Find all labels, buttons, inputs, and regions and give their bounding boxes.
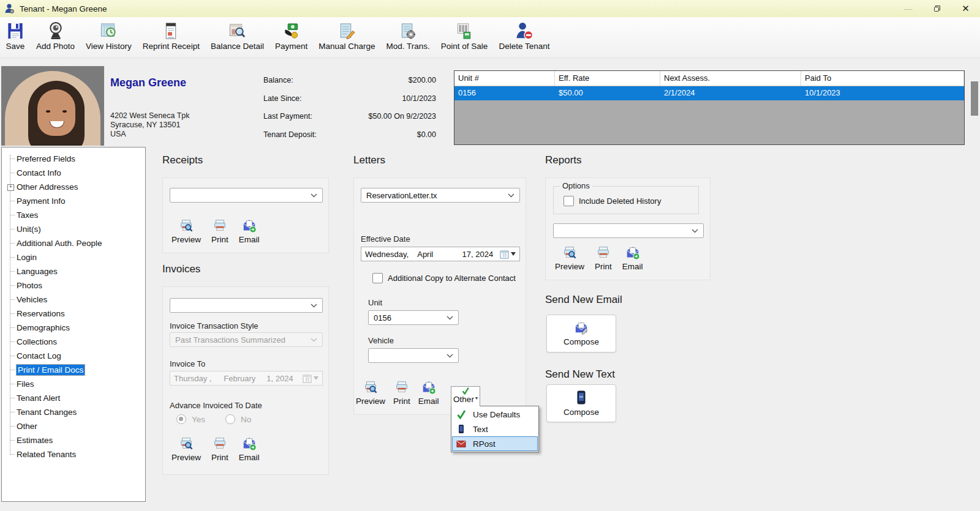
balance-detail-button[interactable]: Balance Detail bbox=[205, 20, 270, 51]
sidebar-item-contact-info[interactable]: Contact Info bbox=[2, 166, 145, 180]
calendar-icon bbox=[303, 374, 318, 383]
sidebar-item-preferred-fields[interactable]: Preferred Fields bbox=[2, 152, 145, 166]
table-scrollbar-thumb[interactable] bbox=[971, 81, 978, 116]
transaction-style-label: Invoice Transaction Style bbox=[170, 321, 258, 330]
letters-dropdown[interactable]: ReservationLetter.tx bbox=[361, 188, 520, 203]
invoices-dropdown[interactable] bbox=[170, 298, 323, 313]
red-envelope-icon bbox=[456, 439, 466, 449]
include-deleted-checkbox-row[interactable]: Include Deleted History bbox=[564, 196, 661, 206]
menu-item-rpost[interactable]: RPost bbox=[452, 436, 538, 451]
email-send-icon bbox=[625, 245, 641, 260]
effective-date-label: Effective Date bbox=[361, 234, 410, 244]
other-dropdown-menu: Use Defaults Text RPost bbox=[451, 406, 539, 452]
options-groupbox: Options Include Deleted History bbox=[553, 186, 699, 214]
sidebar-item-estimates[interactable]: Estimates bbox=[2, 433, 145, 447]
compose-email-button[interactable]: Compose bbox=[546, 315, 616, 352]
letters-preview-button[interactable]: Preview bbox=[356, 380, 385, 406]
expand-plus-icon[interactable]: + bbox=[7, 184, 14, 191]
barcode-icon bbox=[454, 21, 474, 40]
receipts-preview-button[interactable]: Preview bbox=[172, 218, 201, 244]
save-button[interactable]: Save bbox=[0, 20, 31, 51]
printer-icon bbox=[212, 436, 228, 451]
letters-print-button[interactable]: Print bbox=[393, 380, 410, 406]
tenant-name: Megan Greene bbox=[110, 76, 186, 89]
green-check-icon bbox=[456, 409, 466, 419]
printer-magnifier-icon bbox=[562, 245, 578, 260]
receipts-panel: Preview Print Email bbox=[162, 177, 329, 253]
units-table: Unit # Eff. Rate Next Assess. Paid To 01… bbox=[454, 70, 965, 145]
effective-date-datepicker[interactable]: Wednesday, April 17, 2024 bbox=[361, 247, 520, 261]
invoices-print-button[interactable]: Print bbox=[211, 436, 228, 462]
sidebar-item-languages[interactable]: Languages bbox=[2, 264, 145, 278]
invoices-email-button[interactable]: Email bbox=[239, 436, 260, 462]
add-photo-button[interactable]: Add Photo bbox=[31, 20, 80, 51]
balance-row: Balance:$200.00 bbox=[263, 76, 436, 94]
manual-charge-button[interactable]: Manual Charge bbox=[313, 20, 380, 51]
sidebar-item-contact-log[interactable]: Contact Log bbox=[2, 349, 145, 363]
compose-text-button[interactable]: txt Compose bbox=[546, 384, 616, 422]
vehicle-dropdown[interactable] bbox=[368, 348, 459, 363]
no-radio bbox=[225, 414, 235, 424]
sidebar-item-login[interactable]: Login bbox=[2, 250, 145, 264]
sidebar-item-related-tenants[interactable]: Related Tenants bbox=[2, 447, 145, 461]
options-legend: Options bbox=[560, 181, 592, 190]
sidebar-item-tenant-changes[interactable]: Tenant Changes bbox=[2, 405, 145, 419]
chevron-down-icon bbox=[508, 193, 514, 198]
sidebar-item-photos[interactable]: Photos bbox=[2, 278, 145, 293]
reprint-receipt-button[interactable]: Reprint Receipt bbox=[137, 20, 205, 51]
sidebar-item-tenant-alert[interactable]: Tenant Alert bbox=[2, 391, 145, 405]
printer-magnifier-icon bbox=[178, 436, 194, 451]
letters-email-button[interactable]: Email bbox=[418, 380, 439, 406]
sidebar-item-additional-auth-people[interactable]: Additional Auth. People bbox=[2, 236, 145, 250]
printer-icon bbox=[595, 245, 611, 260]
letters-other-button[interactable]: Other▾ bbox=[451, 386, 480, 406]
point-of-sale-button[interactable]: Point of Sale bbox=[435, 20, 494, 51]
sidebar-item-collections[interactable]: Collections bbox=[2, 335, 145, 349]
receipts-print-button[interactable]: Print bbox=[211, 218, 228, 244]
sidebar-item-reservations[interactable]: Reservations bbox=[2, 307, 145, 321]
view-history-button[interactable]: View History bbox=[80, 20, 137, 51]
tenant-app-icon bbox=[4, 3, 15, 14]
reports-preview-button[interactable]: Preview bbox=[555, 245, 584, 271]
sidebar-item-other[interactable]: Other bbox=[2, 419, 145, 433]
alt-copy-checkbox[interactable] bbox=[372, 273, 383, 283]
invoices-preview-button[interactable]: Preview bbox=[172, 436, 201, 462]
vehicle-label: Vehicle bbox=[368, 336, 394, 345]
calendar-icon[interactable] bbox=[500, 250, 516, 259]
webcam-icon bbox=[46, 21, 66, 40]
table-row[interactable]: 0156 $50.00 2/1/2024 10/1/2023 bbox=[454, 86, 964, 100]
payment-button[interactable]: Payment bbox=[270, 20, 313, 51]
restore-button[interactable] bbox=[922, 0, 951, 17]
sidebar-item-other-addresses[interactable]: +Other Addresses bbox=[2, 180, 145, 194]
invoice-to-label: Invoice To bbox=[170, 359, 205, 368]
person-minus-icon bbox=[514, 21, 534, 40]
chevron-down-icon bbox=[447, 316, 453, 320]
reports-print-button[interactable]: Print bbox=[595, 245, 612, 271]
mod-trans-button[interactable]: Mod. Trans. bbox=[381, 20, 435, 51]
include-deleted-checkbox[interactable] bbox=[564, 196, 574, 206]
menu-item-use-defaults[interactable]: Use Defaults bbox=[452, 407, 538, 422]
menu-item-text[interactable]: Text bbox=[452, 422, 538, 436]
reports-email-button[interactable]: Email bbox=[622, 245, 643, 271]
send-new-email-heading: Send New Email bbox=[545, 294, 622, 306]
invoice-to-datepicker: Thursday , February 1, 2024 bbox=[170, 371, 323, 386]
sidebar-item-payment-info[interactable]: Payment Info bbox=[2, 194, 145, 208]
sidebar-item-vehicles[interactable]: Vehicles bbox=[2, 293, 145, 307]
receipts-dropdown[interactable] bbox=[170, 188, 323, 203]
sidebar-item-print-email-docs[interactable]: Print / Email Docs bbox=[2, 363, 145, 377]
sidebar-item-files[interactable]: Files bbox=[2, 377, 145, 391]
yes-radio bbox=[176, 414, 186, 424]
close-button[interactable]: ✕ bbox=[951, 0, 980, 17]
unit-label: Unit bbox=[368, 298, 382, 307]
reports-dropdown[interactable] bbox=[553, 223, 704, 238]
reports-heading: Reports bbox=[545, 154, 582, 166]
receipts-email-button[interactable]: Email bbox=[239, 218, 260, 244]
alt-copy-checkbox-row[interactable]: Additional Copy to Alternate Contact bbox=[372, 273, 516, 283]
sidebar-item-demographics[interactable]: Demographics bbox=[2, 321, 145, 335]
sidebar-item-units[interactable]: Unit(s) bbox=[2, 222, 145, 236]
sidebar-item-taxes[interactable]: Taxes bbox=[2, 208, 145, 222]
chevron-down-icon bbox=[692, 229, 698, 233]
unit-dropdown[interactable]: 0156 bbox=[368, 310, 459, 325]
delete-tenant-button[interactable]: Delete Tenant bbox=[493, 20, 555, 51]
email-send-icon bbox=[241, 218, 257, 233]
